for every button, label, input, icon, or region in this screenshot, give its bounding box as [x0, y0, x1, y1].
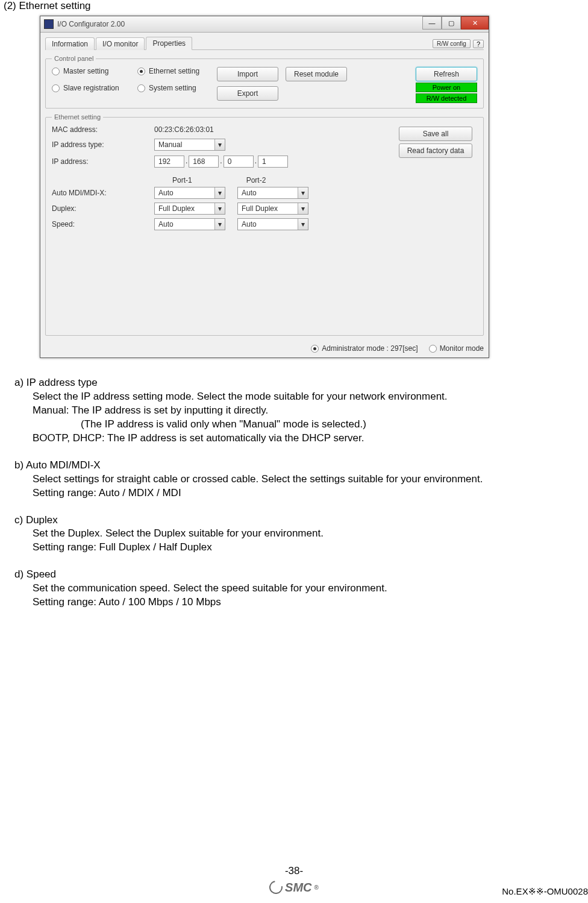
document-id: No.EX※※-OMU0028 — [502, 886, 588, 897]
save-all-button[interactable]: Save all — [399, 127, 472, 141]
monitor-mode-label: Monitor mode — [440, 344, 484, 353]
radio-master-setting[interactable]: Master setting — [52, 67, 130, 75]
radio-icon — [137, 68, 145, 75]
select-value: Full Duplex — [158, 204, 195, 213]
help-button[interactable]: ? — [473, 40, 484, 48]
item-b-head: b) Auto MDI/MDI-X — [14, 459, 584, 473]
item-b-line1: Select settings for straight cable or cr… — [33, 473, 584, 486]
port2-header: Port-2 — [246, 176, 266, 184]
window-close-button[interactable]: ✕ — [461, 16, 489, 30]
item-a-line3: (The IP address is valid only when "Manu… — [81, 418, 584, 432]
mac-address-value: 00:23:C6:26:03:01 — [154, 125, 214, 134]
mode-bar: Administrator mode : 297[sec] Monitor mo… — [45, 341, 484, 353]
status-power-on: Power on — [416, 83, 477, 92]
item-d-line1: Set the communication speed. Select the … — [33, 582, 584, 596]
chevron-down-icon: ▾ — [214, 187, 225, 198]
ip-dot: . — [219, 156, 223, 168]
window-titlebar: I/O Configurator 2.00 — ▢ ✕ — [40, 16, 489, 33]
reset-module-button[interactable]: Reset module — [286, 67, 347, 81]
ip-octet-3-input[interactable]: 0 — [224, 156, 254, 168]
tab-bar: Information I/O monitor Properties R/W c… — [45, 36, 484, 50]
ip-dot: . — [254, 156, 258, 168]
chevron-down-icon: ▾ — [298, 219, 308, 230]
radio-icon — [52, 68, 60, 75]
smc-logo: SMC ® — [269, 881, 319, 895]
tab-information[interactable]: Information — [45, 37, 95, 50]
ip-octet-2-input[interactable]: 168 — [189, 156, 219, 168]
radio-icon — [52, 84, 60, 92]
radio-administrator-mode[interactable]: Administrator mode : 297[sec] — [311, 344, 418, 353]
page-number: -38- — [0, 865, 588, 877]
radio-system-setting[interactable]: System setting — [137, 84, 210, 92]
select-value: Manual — [158, 140, 182, 149]
speed-port1-select[interactable]: Auto ▾ — [154, 218, 225, 230]
ip-dot: . — [184, 156, 189, 168]
section-title: (2) Ethernet setting — [4, 0, 584, 12]
tab-properties[interactable]: Properties — [146, 37, 192, 50]
chevron-down-icon: ▾ — [214, 203, 225, 214]
window-minimize-button[interactable]: — — [422, 16, 442, 30]
item-a-head: a) IP address type — [14, 376, 584, 390]
body-text: a) IP address type Select the IP address… — [14, 376, 584, 609]
import-button[interactable]: Import — [217, 67, 278, 81]
ip-address-label: IP address: — [52, 157, 154, 166]
tab-io-monitor[interactable]: I/O monitor — [96, 37, 145, 50]
select-value: Auto — [242, 189, 257, 197]
radio-icon — [137, 84, 145, 92]
radio-label: Master setting — [63, 67, 108, 75]
radio-slave-registration[interactable]: Slave registration — [52, 84, 130, 92]
radio-icon — [311, 345, 319, 353]
item-d-line2: Setting range: Auto / 100 Mbps / 10 Mbps — [33, 596, 584, 609]
item-c-line2: Setting range: Full Duplex / Half Duplex — [33, 541, 584, 555]
smc-logo-icon — [267, 878, 286, 897]
select-value: Auto — [242, 220, 257, 228]
page-footer: -38- SMC ® No.EX※※-OMU0028 — [0, 865, 588, 898]
item-a-line4: BOOTP, DHCP: The IP address is set autom… — [33, 432, 584, 445]
auto-mdi-port1-select[interactable]: Auto ▾ — [154, 187, 225, 199]
radio-ethernet-setting[interactable]: Ethernet setting — [137, 67, 210, 75]
control-panel-legend: Control panel — [52, 55, 96, 62]
auto-mdi-port2-select[interactable]: Auto ▾ — [237, 187, 308, 199]
ip-address-type-select[interactable]: Manual ▾ — [154, 139, 225, 151]
duplex-port2-select[interactable]: Full Duplex ▾ — [237, 203, 308, 215]
item-c-line1: Set the Duplex. Select the Duplex suitab… — [33, 527, 584, 541]
ethernet-setting-fieldset: Ethernet setting Save all Read factory d… — [45, 113, 484, 336]
chevron-down-icon: ▾ — [214, 139, 225, 150]
ip-octet-1-input[interactable]: 192 — [154, 156, 184, 168]
item-a-line1: Select the IP address setting mode. Sele… — [33, 390, 584, 404]
control-panel-fieldset: Control panel Master setting Slave regis… — [45, 55, 484, 109]
window-maximize-button[interactable]: ▢ — [442, 16, 461, 30]
item-a-line2: Manual: The IP address is set by inputti… — [33, 404, 584, 418]
window-title: I/O Configurator 2.00 — [57, 20, 125, 28]
rw-config-button[interactable]: R/W config — [433, 39, 471, 48]
select-value: Auto — [158, 220, 174, 228]
refresh-button[interactable]: Refresh — [416, 67, 477, 81]
radio-icon — [429, 345, 437, 353]
speed-port2-select[interactable]: Auto ▾ — [237, 218, 308, 230]
read-factory-data-button[interactable]: Read factory data — [399, 143, 472, 158]
radio-monitor-mode[interactable]: Monitor mode — [429, 344, 484, 353]
io-configurator-window: I/O Configurator 2.00 — ▢ ✕ Information … — [40, 16, 489, 358]
port1-header: Port-1 — [172, 176, 192, 184]
duplex-port1-select[interactable]: Full Duplex ▾ — [154, 203, 225, 215]
status-rw-detected: R/W detected — [416, 93, 477, 103]
app-icon — [44, 19, 54, 29]
registered-mark: ® — [314, 884, 319, 891]
item-b-line2: Setting range: Auto / MDIX / MDI — [33, 486, 584, 500]
admin-mode-label: Administrator mode : 297[sec] — [322, 344, 418, 353]
duplex-label: Duplex: — [52, 204, 154, 213]
ethernet-setting-legend: Ethernet setting — [52, 113, 103, 121]
chevron-down-icon: ▾ — [298, 187, 308, 198]
smc-logo-text: SMC — [285, 881, 311, 895]
radio-label: Ethernet setting — [149, 67, 199, 75]
auto-mdi-label: Auto MDI/MDI-X: — [52, 189, 154, 197]
select-value: Auto — [158, 189, 174, 197]
item-d-head: d) Speed — [14, 568, 584, 582]
chevron-down-icon: ▾ — [214, 219, 225, 230]
item-c-head: c) Duplex — [14, 514, 584, 527]
speed-label: Speed: — [52, 220, 154, 228]
radio-label: System setting — [149, 84, 196, 92]
export-button[interactable]: Export — [217, 86, 278, 101]
mac-address-label: MAC address: — [52, 125, 154, 134]
ip-octet-4-input[interactable]: 1 — [258, 156, 288, 168]
